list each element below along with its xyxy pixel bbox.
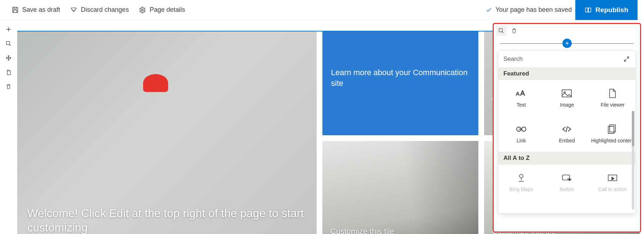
map-pin-icon	[516, 173, 527, 183]
image-icon	[561, 88, 572, 98]
webpart-embed-label: Embed	[559, 138, 575, 143]
svg-rect-1	[14, 7, 16, 9]
svg-rect-5	[7, 71, 10, 75]
move-section-button[interactable]	[3, 53, 14, 63]
check-icon	[486, 7, 492, 13]
webpart-bingmaps-label: Bing Maps	[509, 186, 533, 192]
webpart-button[interactable]: Button	[544, 165, 590, 200]
highlighted-icon	[607, 124, 618, 134]
republish-label: Republish	[595, 6, 628, 14]
customize-tile-2-caption: Customize this tile	[330, 226, 394, 234]
webpart-image[interactable]: Image	[544, 80, 590, 116]
panel-scrollbar[interactable]	[632, 111, 634, 210]
webpart-panel: Search Featured AA Text Image File viewe…	[493, 23, 641, 233]
all-header: All A to Z	[498, 152, 635, 165]
details-label: Page details	[150, 6, 185, 14]
webpart-highlighted-content[interactable]: Highlighted content	[590, 116, 635, 152]
webpart-highlighted-label: Highlighted content	[591, 138, 634, 143]
discard-label: Discard changes	[81, 6, 129, 14]
webpart-link[interactable]: Link	[498, 116, 544, 152]
add-webpart-divider	[494, 38, 640, 48]
svg-rect-2	[13, 10, 17, 12]
add-section-button[interactable]	[3, 24, 14, 34]
discard-icon	[70, 6, 77, 14]
svg-point-3	[142, 9, 143, 11]
webpart-image-label: Image	[560, 102, 574, 108]
webpart-button-label: Button	[560, 186, 574, 192]
edit-section-button[interactable]	[3, 39, 14, 49]
customize-tile-2[interactable]: Customize this tile	[322, 141, 478, 234]
republish-icon	[585, 6, 592, 14]
discard-changes-button[interactable]: Discard changes	[65, 4, 134, 16]
saved-label: Your page has been saved	[496, 6, 572, 14]
hero-image	[17, 31, 317, 234]
page-details-button[interactable]: Page details	[134, 4, 190, 16]
button-icon	[561, 173, 572, 183]
hero-caption: Welcome! Click Edit at the top right of …	[27, 206, 317, 234]
save-label: Save as draft	[22, 6, 60, 14]
webpart-text[interactable]: AA Text	[498, 80, 544, 116]
webpart-cta-label: Call to action	[598, 186, 627, 192]
delete-section-button[interactable]	[3, 82, 14, 92]
text-icon: AA	[516, 88, 527, 98]
cta-icon	[607, 173, 618, 183]
search-input[interactable]: Search	[503, 55, 523, 63]
embed-icon	[561, 124, 572, 134]
webpart-embed[interactable]: Embed	[544, 116, 590, 152]
featured-header: Featured	[498, 67, 635, 80]
svg-text:A: A	[520, 89, 525, 97]
learn-more-tile[interactable]: Learn more about your Communication site	[322, 31, 478, 135]
file-icon	[607, 88, 618, 98]
svg-rect-13	[608, 126, 614, 133]
save-as-draft-button[interactable]: Save as draft	[6, 4, 65, 16]
svg-point-15	[519, 174, 523, 178]
add-webpart-button[interactable]	[562, 39, 572, 48]
webpart-call-to-action[interactable]: Call to action	[590, 165, 635, 200]
saved-status: Your page has been saved	[486, 6, 576, 14]
webpart-bing-maps[interactable]: Bing Maps	[498, 165, 544, 200]
republish-button[interactable]: Republish	[575, 0, 638, 20]
link-icon	[516, 124, 527, 134]
svg-rect-9	[562, 90, 571, 97]
learn-more-caption: Learn more about your Communication site	[331, 67, 478, 88]
hero-tile[interactable]: Welcome! Click Edit at the top right of …	[17, 31, 317, 234]
webpart-link-label: Link	[517, 138, 526, 143]
save-icon	[11, 6, 19, 14]
webpart-text-label: Text	[517, 102, 526, 108]
gear-icon	[139, 6, 146, 14]
panel-edit-button[interactable]	[496, 25, 507, 36]
panel-delete-button[interactable]	[509, 25, 519, 36]
expand-icon[interactable]	[623, 55, 630, 63]
svg-text:A: A	[516, 91, 519, 97]
svg-rect-14	[610, 125, 615, 132]
webpart-file-viewer[interactable]: File viewer	[590, 80, 635, 116]
duplicate-section-button[interactable]	[3, 67, 14, 77]
webpart-file-label: File viewer	[601, 102, 625, 108]
